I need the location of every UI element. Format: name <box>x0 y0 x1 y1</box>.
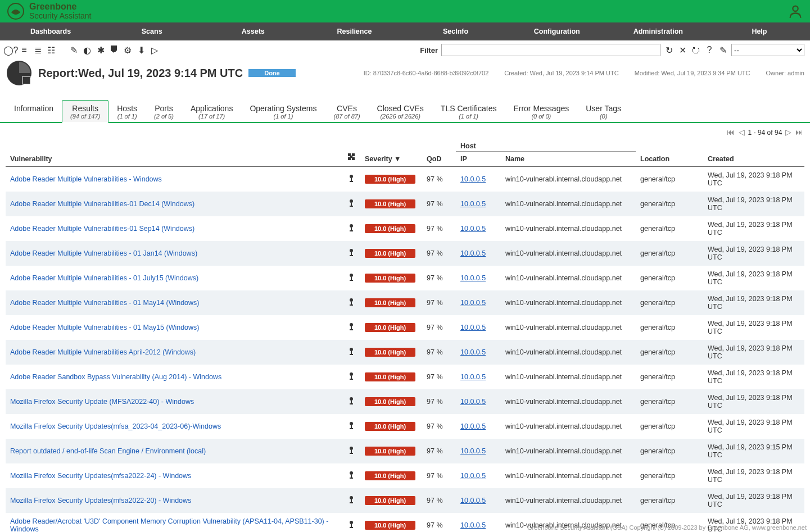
solution-type-icon[interactable] <box>347 298 356 307</box>
user-menu-icon[interactable] <box>788 3 803 19</box>
solution-type-icon[interactable] <box>347 347 356 356</box>
nav-scans[interactable]: Scans <box>101 22 202 40</box>
nav-resilience[interactable]: Resilience <box>304 22 405 40</box>
host-ip-link[interactable]: 10.0.0.5 <box>460 249 486 257</box>
filter-input[interactable] <box>441 44 660 56</box>
col-qod[interactable]: QoD <box>422 139 456 167</box>
vulnerability-link[interactable]: Adobe Reader Multiple Vulnerabilities - … <box>10 175 162 183</box>
host-ip-link[interactable]: 10.0.0.5 <box>460 472 486 480</box>
vulnerability-link[interactable]: Mozilla Firefox Security Updates(mfsa202… <box>10 497 191 504</box>
tab-information[interactable]: Information <box>6 100 62 122</box>
host-ip-link[interactable]: 10.0.0.5 <box>460 447 486 455</box>
download-icon[interactable]: ⬇ <box>136 45 146 55</box>
col-location[interactable]: Location <box>636 139 703 167</box>
solution-type-icon[interactable] <box>347 520 356 529</box>
host-ip-link[interactable]: 10.0.0.5 <box>460 299 486 307</box>
col-severity[interactable]: Severity ▼ <box>360 139 422 167</box>
tab-closed-cves[interactable]: Closed CVEs(2626 of 2626) <box>369 100 432 122</box>
nav-administration[interactable]: Administration <box>608 22 709 40</box>
location-value: general/tcp <box>636 389 703 414</box>
vulnerability-link[interactable]: Adobe Reader Multiple Vulnerabilities-01… <box>10 200 194 208</box>
host-ip-link[interactable]: 10.0.0.5 <box>460 175 486 183</box>
col-solution-icon[interactable] <box>342 139 360 167</box>
solution-type-icon[interactable] <box>347 471 356 480</box>
host-ip-link[interactable]: 10.0.0.5 <box>460 398 486 406</box>
solution-type-icon[interactable] <box>347 397 356 406</box>
host-ip-link[interactable]: 10.0.0.5 <box>460 348 486 356</box>
nav-help[interactable]: Help <box>709 22 810 40</box>
help-icon[interactable]: ◯? <box>6 45 16 55</box>
vulnerability-link[interactable]: Mozilla Firefox Security Update (MFSA202… <box>10 398 194 406</box>
solution-type-icon[interactable] <box>347 322 356 331</box>
col-ip[interactable]: IP <box>456 152 501 167</box>
vulnerability-link[interactable]: Adobe Reader Multiple Vulnerabilities-01… <box>10 225 194 233</box>
vulnerability-link[interactable]: Adobe Reader Multiple Vulnerabilities - … <box>10 299 200 307</box>
host-ip-link[interactable]: 10.0.0.5 <box>460 225 486 233</box>
vulnerability-link[interactable]: Adobe Reader Multiple Vulnerabilities Ap… <box>10 348 196 356</box>
world-icon[interactable]: ◐ <box>82 45 92 55</box>
host-ip-link[interactable]: 10.0.0.5 <box>460 200 486 208</box>
tab-results[interactable]: Results(94 of 147) <box>62 100 108 123</box>
solution-type-icon[interactable] <box>347 248 356 257</box>
list-icon[interactable]: ≡ <box>19 45 29 55</box>
vulnerability-link[interactable]: Adobe Reader/Acrobat 'U3D' Component Mem… <box>10 517 328 532</box>
logo-area[interactable]: Greenbone Security Assistant <box>7 2 92 20</box>
tab-user-tags[interactable]: User Tags(0) <box>577 100 630 122</box>
col-vulnerability[interactable]: Vulnerability <box>6 139 342 167</box>
host-ip-link[interactable]: 10.0.0.5 <box>460 422 486 430</box>
solution-type-icon[interactable] <box>347 421 356 430</box>
solution-type-icon[interactable] <box>347 446 356 455</box>
solution-type-icon[interactable] <box>347 495 356 504</box>
tab-hosts[interactable]: Hosts(1 of 1) <box>108 100 146 122</box>
host-ip-link[interactable]: 10.0.0.5 <box>460 497 486 504</box>
target-icon[interactable]: ⚙ <box>123 45 133 55</box>
pager-first-icon[interactable]: ⏮ <box>726 128 736 137</box>
pager-next-icon[interactable]: ▷ <box>784 128 793 137</box>
list2-icon[interactable]: ≣ <box>33 45 43 55</box>
vulnerability-link[interactable]: Mozilla Firefox Security Updates(mfsa_20… <box>10 422 221 430</box>
filter-select[interactable]: -- <box>731 44 804 56</box>
solution-type-icon[interactable] <box>347 174 356 183</box>
filter-help-icon[interactable]: ? <box>704 45 714 55</box>
bug-icon[interactable]: ✱ <box>96 45 106 55</box>
vulnerability-link[interactable]: Mozilla Firefox Security Updates(mfsa202… <box>10 472 191 480</box>
run-icon[interactable]: ▷ <box>150 45 160 55</box>
vulnerability-link[interactable]: Report outdated / end-of-life Scan Engin… <box>10 447 206 455</box>
filter-clear-icon[interactable]: ✕ <box>677 45 687 55</box>
col-created[interactable]: Created <box>703 139 804 167</box>
nav-dashboards[interactable]: Dashboards <box>0 22 101 40</box>
tab-tls-certificates[interactable]: TLS Certificates(1 of 1) <box>432 100 505 122</box>
host-ip-link[interactable]: 10.0.0.5 <box>460 324 486 331</box>
location-value: general/tcp <box>636 340 703 365</box>
col-hostname[interactable]: Name <box>501 152 636 167</box>
filter-edit-icon[interactable]: ✎ <box>718 45 728 55</box>
shield-icon[interactable]: ⛊ <box>109 45 119 55</box>
qod-value: 97 % <box>422 513 456 532</box>
tab-ports[interactable]: Ports(2 of 5) <box>146 100 182 122</box>
solution-type-icon[interactable] <box>347 273 356 282</box>
host-ip-link[interactable]: 10.0.0.5 <box>460 274 486 282</box>
tab-applications[interactable]: Applications(17 of 17) <box>182 100 242 122</box>
solution-type-icon[interactable] <box>347 372 356 381</box>
filter-reset-icon[interactable]: ⭮ <box>691 45 701 55</box>
solution-type-icon[interactable] <box>347 199 356 208</box>
add-note-icon[interactable]: ✎ <box>69 45 79 55</box>
vulnerability-link[interactable]: Adobe Reader Multiple Vulnerabilities - … <box>10 324 200 331</box>
host-ip-link[interactable]: 10.0.0.5 <box>460 521 486 529</box>
solution-type-icon[interactable] <box>347 224 356 233</box>
list3-icon[interactable]: ☷ <box>46 45 56 55</box>
tab-error-messages[interactable]: Error Messages(0 of 0) <box>505 100 577 122</box>
host-ip-link[interactable]: 10.0.0.5 <box>460 373 486 381</box>
col-host-group: Host <box>456 139 636 152</box>
nav-configuration[interactable]: Configuration <box>506 22 608 40</box>
vulnerability-link[interactable]: Adobe Reader Sandbox Bypass Vulnerabilit… <box>10 373 221 381</box>
pager-last-icon[interactable]: ⏭ <box>794 128 804 137</box>
nav-assets[interactable]: Assets <box>202 22 304 40</box>
filter-refresh-icon[interactable]: ↻ <box>664 45 674 55</box>
tab-operating-systems[interactable]: Operating Systems(1 of 1) <box>241 100 325 122</box>
tab-cves[interactable]: CVEs(87 of 87) <box>325 100 368 122</box>
vulnerability-link[interactable]: Adobe Reader Multiple Vulnerabilities - … <box>10 274 198 282</box>
vulnerability-link[interactable]: Adobe Reader Multiple Vulnerabilities - … <box>10 249 197 257</box>
nav-secinfo[interactable]: SecInfo <box>405 22 506 40</box>
pager-prev-icon[interactable]: ◁ <box>737 128 746 137</box>
